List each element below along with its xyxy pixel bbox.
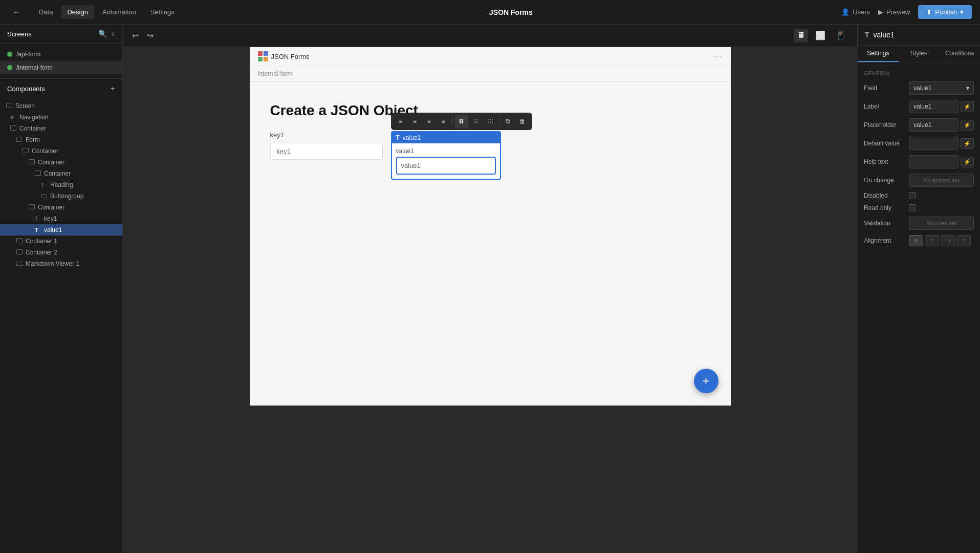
value1-element: T value1 value1 — [391, 131, 501, 180]
tree-container1[interactable]: Container 1 — [0, 236, 122, 247]
tab-design[interactable]: Design — [61, 5, 94, 19]
tree-markdown-viewer[interactable]: Markdown Viewer 1 — [0, 258, 122, 269]
tree-container-4[interactable]: Container — [0, 168, 122, 179]
align-right-btn[interactable]: ≡ — [423, 115, 436, 128]
preview-button[interactable]: ▶ Preview — [878, 8, 910, 16]
screen-dot — [7, 65, 12, 70]
components-header: Components + — [0, 79, 122, 98]
selected-element-icon: T — [396, 134, 400, 141]
tree-container2[interactable]: Container 2 — [0, 247, 122, 258]
md-icon — [16, 261, 23, 267]
left-sidebar: Screens 🔍 + /api-form /internal-form Com… — [0, 25, 123, 553]
default-value-input[interactable] — [909, 137, 959, 150]
tree-item-label: key1 — [44, 215, 118, 222]
tree-form[interactable]: Form — [0, 134, 122, 145]
help-text-lightning-btn[interactable]: ⚡ — [961, 157, 974, 167]
align-left-btn[interactable]: ≡ — [909, 235, 923, 246]
screen-item-internal[interactable]: /internal-form — [0, 61, 122, 74]
tree-item-label: Container — [44, 170, 118, 177]
tab-conditions[interactable]: Conditions — [939, 46, 980, 62]
bold-btn[interactable]: B — [455, 115, 468, 128]
right-actions: 👤 Users ▶ Preview ⬆ Publish ▾ — [841, 5, 972, 19]
readonly-checkbox[interactable] — [909, 204, 916, 211]
align-justify-btn[interactable]: ≡ — [437, 115, 450, 128]
add-component-button[interactable]: + — [111, 84, 115, 93]
top-nav: ← Data Design Automation Settings JSON F… — [0, 0, 980, 25]
columns-btn[interactable]: ⁝⁝ — [469, 115, 483, 128]
add-fab-button[interactable]: + — [694, 369, 718, 393]
multi-col-btn[interactable]: ⁝⁝⁝ — [484, 115, 497, 128]
tree-container-5[interactable]: Container — [0, 202, 122, 213]
tree-key1[interactable]: T key1 — [0, 213, 122, 224]
tree-item-label: Container — [38, 204, 118, 211]
disabled-prop-row: Disabled — [864, 192, 974, 199]
tree-container-3[interactable]: Container — [0, 157, 122, 168]
field-dropdown[interactable]: value1 ▾ — [909, 81, 974, 95]
key1-field-group: key1 — [270, 131, 383, 160]
default-value-lightning-btn[interactable]: ⚡ — [961, 138, 974, 149]
placeholder-lightning-btn[interactable]: ⚡ — [961, 120, 974, 131]
tree-screen[interactable]: Screen — [0, 100, 122, 112]
on-change-action-btn[interactable]: No actions set — [909, 174, 974, 187]
logo-sq3 — [258, 57, 263, 61]
container-icon — [16, 238, 23, 244]
add-screen-button[interactable]: + — [111, 30, 115, 38]
help-text-input[interactable] — [909, 155, 959, 168]
logo-sq4 — [264, 57, 268, 61]
key1-input[interactable] — [270, 143, 383, 160]
tab-automation[interactable]: Automation — [96, 5, 142, 19]
tab-data[interactable]: Data — [33, 5, 59, 19]
tree-container-2[interactable]: Container — [0, 145, 122, 157]
delete-btn[interactable]: 🗑 — [516, 115, 529, 128]
users-button[interactable]: 👤 Users — [841, 8, 870, 16]
tab-settings[interactable]: Settings — [144, 5, 181, 19]
label-input[interactable] — [909, 100, 959, 113]
value1-field-input[interactable] — [396, 157, 496, 175]
placeholder-input[interactable] — [909, 118, 959, 132]
field-prop-row: Field value1 ▾ — [864, 81, 974, 95]
tab-settings-right[interactable]: Settings — [858, 46, 899, 62]
align-center-btn[interactable]: ≡ — [925, 235, 939, 246]
back-button[interactable]: ← — [8, 6, 25, 19]
selected-element-title: value1 — [403, 134, 421, 141]
label-lightning-btn[interactable]: ⚡ — [961, 101, 974, 112]
container-icon — [35, 171, 41, 177]
redo-button[interactable]: ↪ — [146, 30, 155, 41]
app-name: JSON Forms — [271, 53, 310, 60]
tree-item-label: value1 — [44, 226, 118, 233]
tree-navigation[interactable]: ≡ Navigation — [0, 112, 122, 123]
field-prop-label: Field — [864, 84, 905, 92]
validation-rules-btn[interactable]: No rules set — [909, 217, 974, 230]
tree-item-label: Container — [32, 147, 118, 155]
copy-btn[interactable]: ⧉ — [502, 115, 515, 128]
tree-heading[interactable]: T Heading — [0, 179, 122, 190]
search-icon[interactable]: 🔍 — [98, 30, 107, 38]
nav-icon: ≡ — [10, 114, 16, 120]
field-dropdown-value: value1 — [913, 84, 931, 92]
tree-item-label: Form — [26, 136, 118, 143]
align-justify-btn[interactable]: ≡ — [956, 235, 971, 246]
on-change-label: On change — [864, 177, 905, 184]
right-sidebar: T value1 Settings Styles Conditions GENE… — [857, 25, 980, 553]
tree-value1[interactable]: T value1 — [0, 224, 122, 236]
align-right-btn[interactable]: ≡ — [941, 235, 955, 246]
tablet-viewport-button[interactable]: ⬜ — [812, 29, 829, 42]
publish-button[interactable]: ⬆ Publish ▾ — [918, 5, 972, 19]
logo-sq1 — [258, 51, 263, 56]
undo-button[interactable]: ↩ — [131, 30, 140, 41]
align-center-btn[interactable]: ≡ — [408, 115, 422, 128]
tree-container-1[interactable]: Container — [0, 123, 122, 134]
users-label: Users — [853, 8, 870, 16]
desktop-viewport-button[interactable]: 🖥 — [794, 29, 808, 42]
disabled-checkbox[interactable] — [909, 192, 916, 199]
tree-buttongroup[interactable]: Buttongroup — [0, 190, 122, 202]
align-left-btn[interactable]: ≡ — [394, 115, 407, 128]
screen-item-api[interactable]: /api-form — [0, 48, 122, 61]
tab-styles[interactable]: Styles — [899, 46, 940, 62]
mobile-viewport-button[interactable]: 📱 — [833, 29, 849, 42]
selected-element-header: T value1 — [392, 132, 500, 143]
help-text-prop-row: Help text ⚡ — [864, 155, 974, 168]
default-value-label: Default value — [864, 140, 905, 147]
logo-sq2 — [264, 51, 268, 56]
dots-menu[interactable]: ⋯ — [714, 52, 723, 60]
